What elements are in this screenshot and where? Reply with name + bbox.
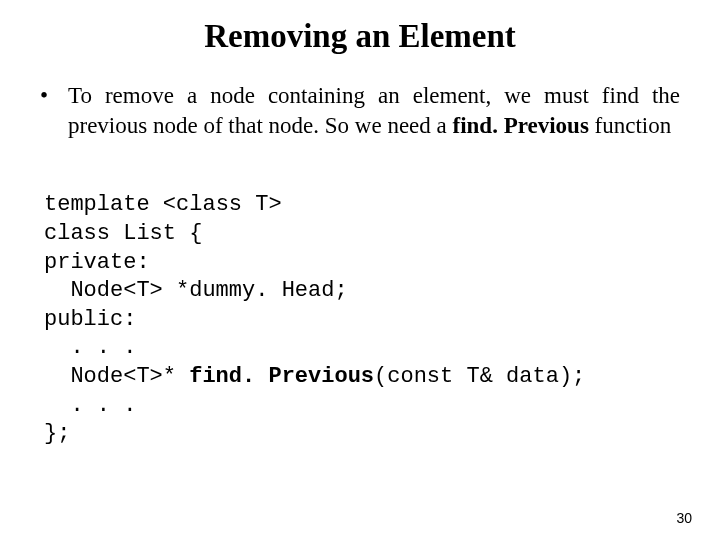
code-block: template <class T> class List { private:… — [44, 163, 680, 478]
code-line-9: }; — [44, 421, 70, 446]
bullet-marker: • — [40, 81, 68, 111]
code-line-5: public: — [44, 307, 136, 332]
bullet-text-bold: find. Previous — [453, 113, 589, 138]
slide: Removing an Element • To remove a node c… — [0, 0, 720, 540]
code-line-7-post: (const T& data); — [374, 364, 585, 389]
slide-title: Removing an Element — [40, 18, 680, 55]
code-line-7-bold: find. Previous — [189, 364, 374, 389]
code-line-3: private: — [44, 250, 150, 275]
bullet-text: To remove a node containing an element, … — [68, 81, 680, 141]
code-line-8: . . . — [70, 393, 136, 418]
code-line-6: . . . — [70, 335, 136, 360]
code-line-1: template <class T> — [44, 192, 282, 217]
code-line-2: class List { — [44, 221, 202, 246]
bullet-item: • To remove a node containing an element… — [40, 81, 680, 141]
bullet-text-post: function — [589, 113, 671, 138]
code-line-7-pre: Node<T>* — [70, 364, 189, 389]
page-number: 30 — [676, 510, 692, 526]
code-line-4: Node<T> *dummy. Head; — [70, 278, 347, 303]
